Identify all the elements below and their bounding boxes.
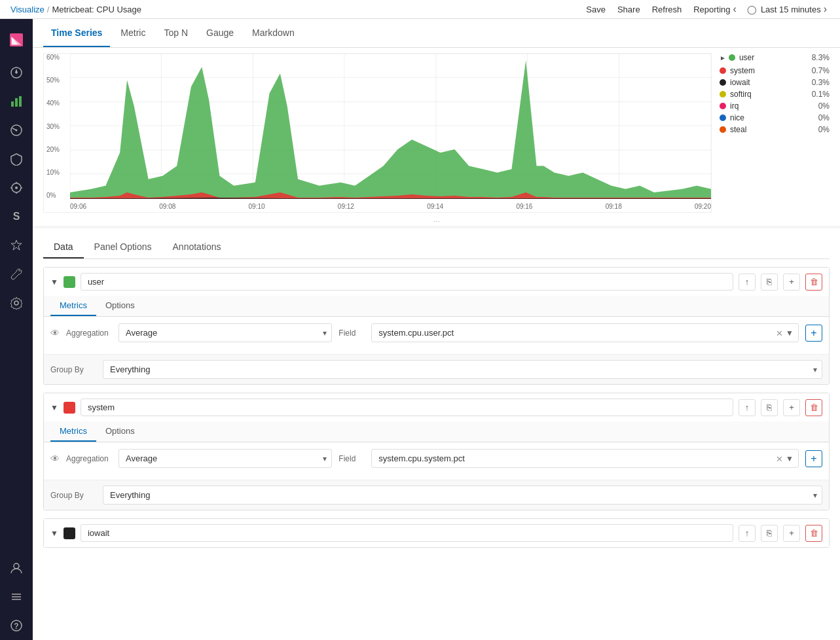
sidebar-item-list[interactable] <box>0 582 33 611</box>
series-system-add-button[interactable]: + <box>783 399 800 416</box>
panel-tab-annotations[interactable]: Annotations <box>162 236 232 258</box>
series-system-field-arrow-icon[interactable]: ▼ <box>786 454 794 463</box>
series-system-group-by-select[interactable]: Everything Terms Filters <box>103 486 822 505</box>
series-system-tab-options[interactable]: Options <box>96 421 144 442</box>
sidebar-item-shield[interactable] <box>0 145 33 173</box>
breadcrumb-current: Metricbeat: CPU Usage <box>52 5 141 14</box>
series-system-aggregation-select[interactable]: Average Sum Min Max Count <box>119 449 332 468</box>
legend-irq-item[interactable]: irq 0% <box>720 101 830 111</box>
series-user-visibility-icon[interactable]: 👁 <box>50 328 60 338</box>
tab-markdown[interactable]: Markdown <box>244 20 302 47</box>
legend-steal-item[interactable]: steal 0% <box>720 125 830 134</box>
series-system-delete-button[interactable]: 🗑 <box>805 399 822 416</box>
sidebar-item-help[interactable]: ? <box>0 611 33 640</box>
series-user-aggregation-wrapper: Average Sum Min Max Count <box>119 323 332 342</box>
series-user-add-button[interactable]: + <box>783 274 800 291</box>
tab-time-series[interactable]: Time Series <box>43 20 110 47</box>
series-user-color[interactable] <box>64 276 75 288</box>
sidebar-item-star[interactable] <box>0 231 33 260</box>
legend-iowait-item[interactable]: iowait 0.3% <box>720 78 830 87</box>
series-iowait-move-up-button[interactable]: ↑ <box>739 525 756 542</box>
series-iowait-color[interactable] <box>64 527 75 539</box>
series-system-group-by-label: Group By <box>50 491 96 500</box>
time-range[interactable]: ◯ Last 15 minutes <box>747 5 821 14</box>
series-system-group-by-row: Group By Everything Terms Filters <box>44 480 829 510</box>
series-system-copy-button[interactable]: ⎘ <box>761 399 778 416</box>
sidebar-logo[interactable] <box>0 24 33 56</box>
legend-system-dot <box>720 67 726 74</box>
tab-metric[interactable]: Metric <box>113 20 153 47</box>
series-system-chevron[interactable]: ▼ <box>50 403 58 412</box>
legend-user-name: user <box>739 53 812 62</box>
legend-softirq-item[interactable]: softirq 0.1% <box>720 90 830 99</box>
series-iowait-chevron[interactable]: ▼ <box>50 529 58 538</box>
series-system-field-input[interactable] <box>371 449 799 468</box>
series-user-field-input[interactable] <box>371 323 799 342</box>
sidebar-item-settings[interactable] <box>0 289 33 317</box>
sidebar-item-discover[interactable] <box>0 58 33 87</box>
series-user-tab-metrics[interactable]: Metrics <box>50 296 96 316</box>
resize-handle[interactable]: ⋯ <box>33 218 840 226</box>
series-user-field-clear-icon[interactable]: ✕ <box>776 328 783 338</box>
series-system-visibility-icon[interactable]: 👁 <box>50 453 60 464</box>
legend-nice-item[interactable]: nice 0% <box>720 113 830 122</box>
series-system-group-by-wrapper: Everything Terms Filters <box>103 486 822 505</box>
sidebar-item-user[interactable] <box>0 554 33 582</box>
sidebar-item-dashboard[interactable] <box>0 116 33 145</box>
series-user-chevron[interactable]: ▼ <box>50 277 58 287</box>
panel-tab-data[interactable]: Data <box>43 236 84 258</box>
series-iowait-delete-button[interactable]: 🗑 <box>805 525 822 542</box>
top-actions: Save Share Refresh Reporting <box>586 5 730 14</box>
time-range-next-button[interactable]: › <box>821 3 830 15</box>
series-system-tab-metrics[interactable]: Metrics <box>50 421 96 442</box>
x-label-0920: 09:20 <box>695 203 711 210</box>
legend-iowait-name: iowait <box>730 78 812 87</box>
sidebar-item-devtools[interactable] <box>0 173 33 202</box>
series-iowait-add-button[interactable]: + <box>783 525 800 542</box>
legend-irq-dot <box>720 103 726 109</box>
save-button[interactable]: Save <box>586 5 606 14</box>
devtools-icon <box>10 181 23 194</box>
legend-nice-value: 0% <box>818 113 830 122</box>
series-user-tab-options[interactable]: Options <box>96 296 144 316</box>
sidebar-item-visualize[interactable] <box>0 87 33 116</box>
series-system-move-up-button[interactable]: ↑ <box>739 399 756 416</box>
series-user-aggregation-select[interactable]: Average Sum Min Max Count <box>119 323 332 342</box>
legend-softirq-value: 0.1% <box>812 90 830 99</box>
series-user-group-by-select[interactable]: Everything Terms Filters <box>103 360 822 379</box>
series-user-move-up-button[interactable]: ↑ <box>739 274 756 291</box>
x-label-0910: 09:10 <box>249 203 265 210</box>
legend-user-row[interactable]: ► user 8.3% <box>720 53 830 62</box>
legend-system-item[interactable]: system 0.7% <box>720 66 830 75</box>
time-range-prev-button[interactable]: ‹ <box>731 3 739 15</box>
breadcrumb-visualize[interactable]: Visualize <box>10 5 45 14</box>
series-system-color[interactable] <box>64 402 75 414</box>
sidebar: S ? <box>0 19 33 640</box>
legend-nice-name: nice <box>730 113 818 122</box>
kibana-logo-icon <box>10 33 23 46</box>
sidebar-item-wrench[interactable] <box>0 260 33 289</box>
tab-top-n[interactable]: Top N <box>156 20 196 47</box>
breadcrumb-separator: / <box>47 5 50 14</box>
panel-tab-panel-options[interactable]: Panel Options <box>84 236 162 258</box>
reporting-button[interactable]: Reporting <box>693 5 730 14</box>
series-iowait-name-input[interactable] <box>81 524 733 542</box>
x-label-0912: 09:12 <box>338 203 354 210</box>
svg-point-9 <box>15 187 18 189</box>
share-button[interactable]: Share <box>617 5 640 14</box>
series-iowait-copy-button[interactable]: ⎘ <box>761 525 778 542</box>
series-user-field-arrow-icon[interactable]: ▼ <box>786 329 794 338</box>
series-system-name-input[interactable] <box>81 399 733 416</box>
time-range-label[interactable]: Last 15 minutes <box>761 5 821 14</box>
series-user-add-metric-button[interactable]: + <box>805 325 822 342</box>
series-user-copy-button[interactable]: ⎘ <box>761 274 778 291</box>
svg-text:?: ? <box>14 622 18 631</box>
series-user-name-input[interactable] <box>81 273 733 291</box>
refresh-button[interactable]: Refresh <box>652 5 682 14</box>
series-system-field-clear-icon[interactable]: ✕ <box>776 453 783 463</box>
series-system-add-metric-button[interactable]: + <box>805 450 822 467</box>
series-user-delete-button[interactable]: 🗑 <box>805 274 822 291</box>
tab-gauge[interactable]: Gauge <box>198 20 242 47</box>
sidebar-item-s[interactable]: S <box>0 202 33 231</box>
y-label-30: 30% <box>46 123 67 130</box>
